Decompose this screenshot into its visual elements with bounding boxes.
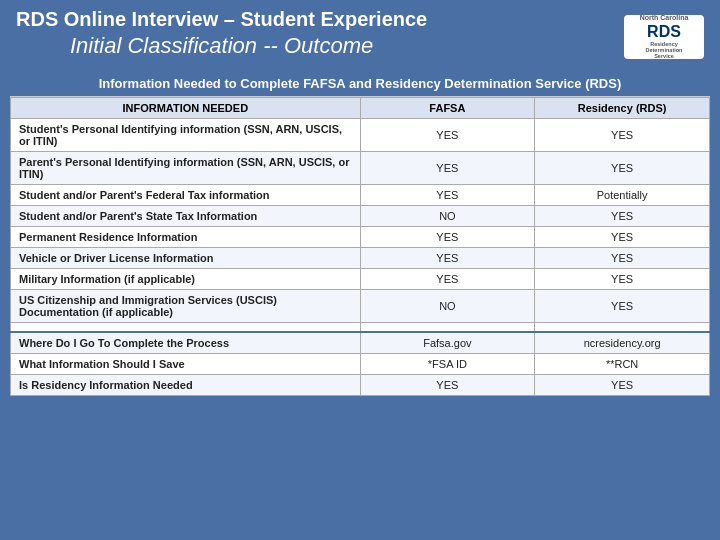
row-rds: YES bbox=[535, 152, 710, 185]
row-info: Military Information (if applicable) bbox=[11, 269, 361, 290]
table-header-row: INFORMATION NEEDED FAFSA Residency (RDS) bbox=[11, 98, 710, 119]
row-rds: Potentially bbox=[535, 185, 710, 206]
table-row: Student and/or Parent's Federal Tax info… bbox=[11, 185, 710, 206]
footer-row-fafsa: *FSA ID bbox=[360, 354, 535, 375]
row-fafsa: NO bbox=[360, 206, 535, 227]
page-subtitle: Initial Classification -- Outcome bbox=[16, 31, 427, 65]
table-row: US Citizenship and Immigration Services … bbox=[11, 290, 710, 323]
row-info: Parent's Personal Identifying informatio… bbox=[11, 152, 361, 185]
footer-row-rds: ncresidency.org bbox=[535, 332, 710, 354]
footer-table-row: Is Residency Information NeededYESYES bbox=[11, 375, 710, 396]
footer-row-info: Where Do I Go To Complete the Process bbox=[11, 332, 361, 354]
row-fafsa: YES bbox=[360, 227, 535, 248]
logo-text: North Carolina RDS ResidencyDeterminatio… bbox=[640, 14, 689, 60]
footer-row-fafsa: Fafsa.gov bbox=[360, 332, 535, 354]
footer-row-fafsa: YES bbox=[360, 375, 535, 396]
footer-row-info: What Information Should I Save bbox=[11, 354, 361, 375]
main-table-container: Information Needed to Complete FAFSA and… bbox=[8, 69, 712, 398]
row-info: Student's Personal Identifying informati… bbox=[11, 119, 361, 152]
footer-table-row: What Information Should I Save*FSA ID**R… bbox=[11, 354, 710, 375]
header-title-block: RDS Online Interview – Student Experienc… bbox=[16, 8, 427, 65]
spacer-row bbox=[11, 323, 710, 333]
info-table: INFORMATION NEEDED FAFSA Residency (RDS)… bbox=[10, 97, 710, 396]
col-header-info: INFORMATION NEEDED bbox=[11, 98, 361, 119]
col-header-fafsa: FAFSA bbox=[360, 98, 535, 119]
row-fafsa: NO bbox=[360, 290, 535, 323]
logo: North Carolina RDS ResidencyDeterminatio… bbox=[624, 15, 704, 59]
row-rds: YES bbox=[535, 206, 710, 227]
row-info: Student and/or Parent's State Tax Inform… bbox=[11, 206, 361, 227]
col-header-rds: Residency (RDS) bbox=[535, 98, 710, 119]
page-title: RDS Online Interview – Student Experienc… bbox=[16, 8, 427, 31]
row-rds: YES bbox=[535, 119, 710, 152]
row-fafsa: YES bbox=[360, 119, 535, 152]
table-row: Military Information (if applicable)YESY… bbox=[11, 269, 710, 290]
row-rds: YES bbox=[535, 269, 710, 290]
footer-row-info: Is Residency Information Needed bbox=[11, 375, 361, 396]
row-rds: YES bbox=[535, 290, 710, 323]
table-row: Student and/or Parent's State Tax Inform… bbox=[11, 206, 710, 227]
row-info: Student and/or Parent's Federal Tax info… bbox=[11, 185, 361, 206]
footer-table-row: Where Do I Go To Complete the ProcessFaf… bbox=[11, 332, 710, 354]
row-rds: YES bbox=[535, 227, 710, 248]
row-info: US Citizenship and Immigration Services … bbox=[11, 290, 361, 323]
row-rds: YES bbox=[535, 248, 710, 269]
table-section-header: Information Needed to Complete FAFSA and… bbox=[10, 71, 710, 97]
table-row: Vehicle or Driver License InformationYES… bbox=[11, 248, 710, 269]
table-row: Permanent Residence InformationYESYES bbox=[11, 227, 710, 248]
row-info: Vehicle or Driver License Information bbox=[11, 248, 361, 269]
header: RDS Online Interview – Student Experienc… bbox=[0, 0, 720, 69]
row-fafsa: YES bbox=[360, 269, 535, 290]
row-info: Permanent Residence Information bbox=[11, 227, 361, 248]
row-fafsa: YES bbox=[360, 248, 535, 269]
table-row: Student's Personal Identifying informati… bbox=[11, 119, 710, 152]
footer-row-rds: YES bbox=[535, 375, 710, 396]
row-fafsa: YES bbox=[360, 152, 535, 185]
row-fafsa: YES bbox=[360, 185, 535, 206]
footer-row-rds: **RCN bbox=[535, 354, 710, 375]
table-row: Parent's Personal Identifying informatio… bbox=[11, 152, 710, 185]
